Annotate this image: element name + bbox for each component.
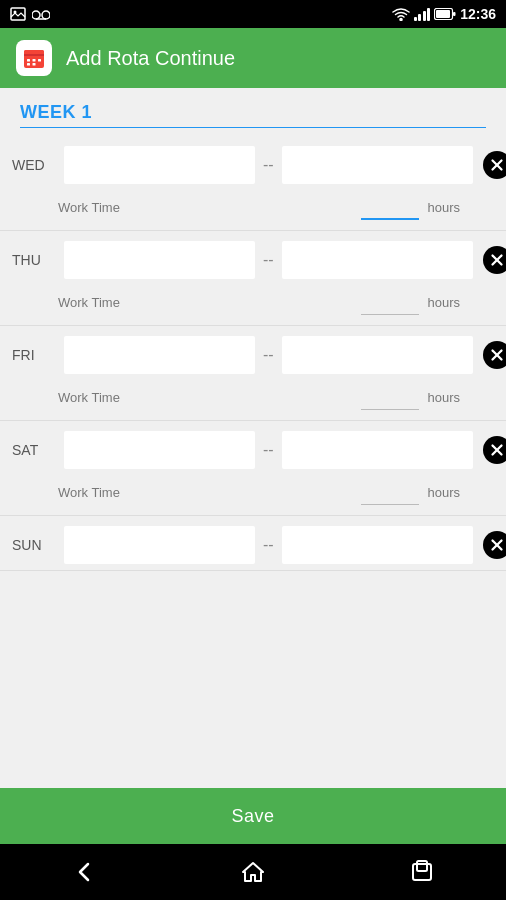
wed-end-input[interactable] — [282, 146, 473, 184]
recents-button[interactable] — [392, 852, 452, 892]
day-row-sun: SUN -- — [0, 516, 506, 570]
svg-rect-12 — [27, 59, 30, 62]
day-section-wed: WED -- Work Time hours — [0, 136, 506, 231]
day-row-thu: THU -- — [0, 231, 506, 285]
thu-separator: -- — [261, 251, 276, 269]
svg-point-5 — [400, 19, 402, 21]
close-circle-icon — [488, 251, 506, 269]
thu-hours-label: hours — [427, 295, 460, 310]
clock: 12:36 — [460, 6, 496, 22]
sun-end-input[interactable] — [282, 526, 473, 564]
voicemail-icon — [32, 8, 50, 20]
svg-rect-11 — [24, 54, 44, 56]
wed-separator: -- — [261, 156, 276, 174]
wed-work-time-label: Work Time — [58, 200, 353, 215]
status-right-icons: 12:36 — [392, 6, 496, 22]
thu-end-input[interactable] — [282, 241, 473, 279]
main-content: WEEK 1 WED -- Work Time hours THU — [0, 88, 506, 788]
wed-remove-button[interactable] — [483, 151, 506, 179]
back-icon — [70, 858, 98, 886]
day-label-sun: SUN — [12, 537, 58, 553]
day-section-sun: SUN -- — [0, 516, 506, 571]
thu-hours-input[interactable] — [361, 289, 419, 315]
svg-rect-0 — [11, 8, 25, 20]
wed-hours-label: hours — [427, 200, 460, 215]
sun-start-input[interactable] — [64, 526, 255, 564]
sat-work-time-label: Work Time — [58, 485, 353, 500]
back-button[interactable] — [54, 852, 114, 892]
home-icon — [239, 858, 267, 886]
day-section-thu: THU -- Work Time hours — [0, 231, 506, 326]
battery-icon — [434, 8, 456, 20]
close-circle-icon — [488, 441, 506, 459]
close-circle-icon — [488, 536, 506, 554]
recents-icon — [408, 858, 436, 886]
fri-separator: -- — [261, 346, 276, 364]
svg-point-2 — [32, 11, 40, 19]
week-divider — [20, 127, 486, 128]
svg-point-3 — [42, 11, 50, 19]
sat-end-input[interactable] — [282, 431, 473, 469]
signal-icon — [414, 8, 431, 21]
sat-start-input[interactable] — [64, 431, 255, 469]
day-row-wed: WED -- — [0, 136, 506, 190]
fri-work-time-label: Work Time — [58, 390, 353, 405]
bottom-nav — [0, 844, 506, 900]
save-button[interactable]: Save — [0, 788, 506, 844]
status-bar: 12:36 — [0, 0, 506, 28]
wed-work-time-row: Work Time hours — [0, 190, 506, 230]
svg-rect-16 — [33, 63, 36, 66]
day-section-sat: SAT -- Work Time hours — [0, 421, 506, 516]
close-circle-icon — [488, 156, 506, 174]
app-bar: Add Rota Continue — [0, 28, 506, 88]
wifi-icon — [392, 7, 410, 21]
wed-start-input[interactable] — [64, 146, 255, 184]
app-bar-title: Add Rota Continue — [66, 47, 235, 70]
calendar-icon — [22, 46, 46, 70]
wed-hours-input[interactable] — [361, 194, 419, 220]
svg-rect-29 — [417, 861, 427, 871]
svg-rect-15 — [27, 63, 30, 66]
fri-remove-button[interactable] — [483, 341, 506, 369]
fri-end-input[interactable] — [282, 336, 473, 374]
day-row-sat: SAT -- — [0, 421, 506, 475]
status-left-icons — [10, 7, 50, 21]
save-label: Save — [231, 806, 274, 827]
sun-remove-button[interactable] — [483, 531, 506, 559]
day-label-thu: THU — [12, 252, 58, 268]
thu-work-time-label: Work Time — [58, 295, 353, 310]
fri-hours-label: hours — [427, 390, 460, 405]
svg-marker-27 — [243, 863, 263, 881]
svg-rect-8 — [453, 12, 456, 16]
svg-rect-13 — [33, 59, 36, 62]
fri-start-input[interactable] — [64, 336, 255, 374]
day-section-fri: FRI -- Work Time hours — [0, 326, 506, 421]
sat-hours-input[interactable] — [361, 479, 419, 505]
day-row-fri: FRI -- — [0, 326, 506, 380]
sun-separator: -- — [261, 536, 276, 554]
sat-remove-button[interactable] — [483, 436, 506, 464]
day-label-sat: SAT — [12, 442, 58, 458]
svg-rect-7 — [436, 10, 450, 18]
thu-work-time-row: Work Time hours — [0, 285, 506, 325]
week-title: WEEK 1 — [20, 102, 486, 123]
sat-hours-label: hours — [427, 485, 460, 500]
day-label-fri: FRI — [12, 347, 58, 363]
image-icon — [10, 7, 26, 21]
thu-start-input[interactable] — [64, 241, 255, 279]
fri-hours-input[interactable] — [361, 384, 419, 410]
sat-separator: -- — [261, 441, 276, 459]
close-circle-icon — [488, 346, 506, 364]
sat-work-time-row: Work Time hours — [0, 475, 506, 515]
thu-remove-button[interactable] — [483, 246, 506, 274]
home-button[interactable] — [223, 852, 283, 892]
svg-rect-14 — [38, 59, 41, 62]
fri-work-time-row: Work Time hours — [0, 380, 506, 420]
app-icon — [16, 40, 52, 76]
day-label-wed: WED — [12, 157, 58, 173]
week-header: WEEK 1 — [0, 88, 506, 136]
